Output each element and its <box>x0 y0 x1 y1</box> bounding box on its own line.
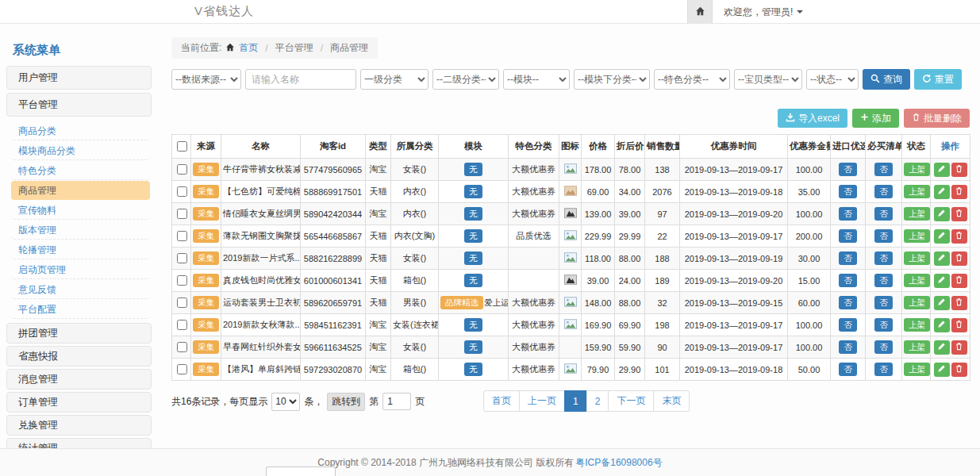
delete-button[interactable] <box>951 318 967 332</box>
delete-button[interactable] <box>951 185 967 199</box>
icp-link[interactable]: 粤ICP备16098006号 <box>575 456 662 470</box>
sidebar-item-7[interactable]: 版本管理 <box>11 221 150 240</box>
add-button[interactable]: 添加 <box>852 109 899 128</box>
module-badge[interactable]: 无 <box>464 185 482 198</box>
sidebar-group-0[interactable]: 用户管理 <box>6 66 152 90</box>
module-badge[interactable]: 无 <box>464 340 482 353</box>
filter-level2-category[interactable]: --二级分类-- <box>432 69 499 90</box>
sidebar-group-17[interactable]: 统计管理 <box>6 438 152 448</box>
status-toggle[interactable]: 上架 <box>904 363 930 375</box>
edit-button[interactable] <box>934 318 950 332</box>
imported-toggle[interactable]: 否 <box>839 318 857 331</box>
must-buy-toggle[interactable]: 否 <box>874 229 893 242</box>
sidebar-item-4[interactable]: 特色分类 <box>11 161 150 180</box>
row-checkbox[interactable] <box>177 364 187 374</box>
module-badge[interactable]: 无 <box>464 251 482 264</box>
page-button-4[interactable]: 下一页 <box>608 390 654 412</box>
row-checkbox[interactable] <box>177 320 187 330</box>
delete-button[interactable] <box>951 363 967 377</box>
page-button-1[interactable]: 上一页 <box>519 390 565 412</box>
module-badge[interactable]: 无 <box>464 274 482 286</box>
status-toggle[interactable]: 上架 <box>904 251 930 264</box>
sidebar-item-5[interactable]: 商品管理 <box>11 181 150 200</box>
delete-button[interactable] <box>951 274 967 288</box>
sidebar-group-15[interactable]: 订单管理 <box>6 392 152 413</box>
must-buy-toggle[interactable]: 否 <box>874 163 893 175</box>
imported-toggle[interactable]: 否 <box>839 229 857 242</box>
status-toggle[interactable]: 上架 <box>904 274 930 286</box>
module-badge[interactable]: 无 <box>464 318 482 331</box>
sidebar-group-16[interactable]: 兑换管理 <box>6 415 152 436</box>
user-menu[interactable]: 欢迎您，管理员! <box>724 6 803 19</box>
row-checkbox[interactable] <box>177 298 187 308</box>
search-button[interactable]: 查询 <box>863 69 910 90</box>
row-checkbox[interactable] <box>177 275 187 286</box>
edit-button[interactable] <box>934 363 950 377</box>
must-buy-toggle[interactable]: 否 <box>874 207 893 220</box>
page-button-3[interactable]: 2 <box>586 390 609 412</box>
delete-button[interactable] <box>951 163 967 177</box>
edit-button[interactable] <box>934 229 950 244</box>
filter-data-source[interactable]: --数据来源-- <box>171 69 241 90</box>
select-all-checkbox[interactable] <box>177 141 187 152</box>
imported-toggle[interactable]: 否 <box>839 185 857 198</box>
delete-button[interactable] <box>951 340 967 355</box>
sidebar-item-9[interactable]: 启动页管理 <box>11 260 150 279</box>
delete-button[interactable] <box>951 251 967 266</box>
delete-button[interactable] <box>951 207 967 221</box>
sidebar-item-3[interactable]: 模块商品分类 <box>11 141 150 160</box>
batch-delete-button[interactable]: 批量删除 <box>904 109 970 128</box>
page-button-5[interactable]: 末页 <box>653 390 690 412</box>
breadcrumb-home-link[interactable]: 首页 <box>239 41 258 55</box>
status-toggle[interactable]: 上架 <box>904 296 930 309</box>
filter-level1-category[interactable]: 一级分类 <box>360 69 429 90</box>
edit-button[interactable] <box>934 163 950 177</box>
imported-toggle[interactable]: 否 <box>839 340 857 353</box>
sidebar-item-10[interactable]: 意见反馈 <box>11 280 150 299</box>
status-toggle[interactable]: 上架 <box>904 229 930 242</box>
jump-page-input[interactable] <box>382 393 411 410</box>
row-checkbox[interactable] <box>177 231 187 241</box>
edit-button[interactable] <box>934 185 950 199</box>
sidebar-group-1[interactable]: 平台管理 <box>6 93 152 117</box>
imported-toggle[interactable]: 否 <box>839 207 857 220</box>
must-buy-toggle[interactable]: 否 <box>874 318 893 331</box>
row-checkbox[interactable] <box>177 209 187 219</box>
page-button-2[interactable]: 1 <box>564 390 587 412</box>
sidebar-item-6[interactable]: 宣传物料 <box>11 201 150 220</box>
filter-module[interactable]: --模块-- <box>503 69 570 90</box>
imported-toggle[interactable]: 否 <box>839 296 857 309</box>
page-size-select[interactable]: 10 <box>271 393 300 411</box>
module-badge[interactable]: 无 <box>464 207 482 220</box>
status-toggle[interactable]: 上架 <box>904 185 930 198</box>
filter-status[interactable]: --状态-- <box>806 69 859 90</box>
status-toggle[interactable]: 上架 <box>904 163 930 175</box>
delete-button[interactable] <box>951 296 967 310</box>
filter-item-type[interactable]: --宝贝类型-- <box>734 69 802 90</box>
home-button[interactable] <box>687 0 713 24</box>
row-checkbox[interactable] <box>177 342 187 352</box>
name-search-input[interactable] <box>245 69 356 90</box>
delete-button[interactable] <box>951 229 967 244</box>
module-badge[interactable]: 无 <box>464 363 482 375</box>
sidebar-item-8[interactable]: 轮播管理 <box>11 240 150 259</box>
edit-button[interactable] <box>934 340 950 355</box>
must-buy-toggle[interactable]: 否 <box>874 363 893 375</box>
status-toggle[interactable]: 上架 <box>904 340 930 353</box>
module-badge[interactable]: 无 <box>464 229 482 242</box>
filter-feature-category[interactable]: --特色分类-- <box>654 69 730 90</box>
must-buy-toggle[interactable]: 否 <box>874 185 893 198</box>
must-buy-toggle[interactable]: 否 <box>874 340 893 353</box>
sidebar-item-2[interactable]: 商品分类 <box>11 121 150 140</box>
module-badge[interactable]: 品牌精选 <box>440 296 483 309</box>
edit-button[interactable] <box>934 251 950 266</box>
must-buy-toggle[interactable]: 否 <box>874 274 893 286</box>
sidebar-group-13[interactable]: 省惠快报 <box>6 346 152 367</box>
edit-button[interactable] <box>934 274 950 288</box>
imported-toggle[interactable]: 否 <box>839 251 857 264</box>
sidebar-group-12[interactable]: 拼团管理 <box>6 323 152 344</box>
must-buy-toggle[interactable]: 否 <box>874 296 893 309</box>
must-buy-toggle[interactable]: 否 <box>874 251 893 264</box>
jump-button[interactable]: 跳转到 <box>327 393 365 411</box>
module-badge[interactable]: 无 <box>464 163 482 175</box>
